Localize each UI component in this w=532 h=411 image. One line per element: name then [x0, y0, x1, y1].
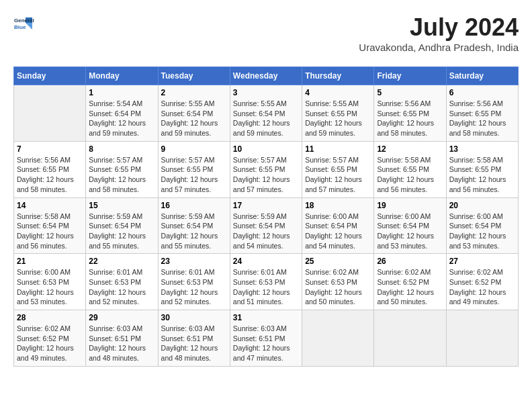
day-number: 16: [161, 201, 227, 210]
day-number: 5: [377, 88, 443, 97]
day-info: Sunrise: 5:54 AM Sunset: 6:54 PM Dayligh…: [89, 99, 154, 138]
day-number: 3: [233, 88, 299, 97]
header-wednesday: Wednesday: [230, 67, 302, 85]
calendar-week-row: 14Sunrise: 5:58 AM Sunset: 6:54 PM Dayli…: [14, 197, 519, 254]
table-row: [374, 310, 446, 367]
day-info: Sunrise: 5:58 AM Sunset: 6:55 PM Dayligh…: [377, 155, 443, 195]
table-row: 29Sunrise: 6:03 AM Sunset: 6:51 PM Dayli…: [86, 310, 158, 367]
table-row: 30Sunrise: 6:03 AM Sunset: 6:51 PM Dayli…: [158, 310, 230, 367]
calendar-week-row: 1Sunrise: 5:54 AM Sunset: 6:54 PM Daylig…: [14, 85, 519, 142]
calendar-week-row: 7Sunrise: 5:56 AM Sunset: 6:55 PM Daylig…: [14, 141, 519, 197]
table-row: 28Sunrise: 6:02 AM Sunset: 6:52 PM Dayli…: [14, 310, 86, 367]
day-info: Sunrise: 5:55 AM Sunset: 6:55 PM Dayligh…: [305, 99, 371, 138]
table-row: 6Sunrise: 5:56 AM Sunset: 6:55 PM Daylig…: [446, 85, 518, 142]
table-row: 22Sunrise: 6:01 AM Sunset: 6:53 PM Dayli…: [86, 254, 158, 310]
table-row: 20Sunrise: 6:00 AM Sunset: 6:54 PM Dayli…: [446, 197, 518, 254]
table-row: [446, 310, 518, 367]
day-number: 12: [377, 144, 443, 154]
table-row: 8Sunrise: 5:57 AM Sunset: 6:55 PM Daylig…: [86, 141, 158, 197]
day-info: Sunrise: 5:59 AM Sunset: 6:54 PM Dayligh…: [89, 212, 154, 251]
day-number: 18: [305, 201, 371, 210]
day-info: Sunrise: 6:01 AM Sunset: 6:53 PM Dayligh…: [233, 267, 299, 307]
table-row: 4Sunrise: 5:55 AM Sunset: 6:55 PM Daylig…: [302, 85, 374, 142]
day-info: Sunrise: 5:59 AM Sunset: 6:54 PM Dayligh…: [233, 212, 299, 251]
table-row: 12Sunrise: 5:58 AM Sunset: 6:55 PM Dayli…: [374, 141, 446, 197]
day-number: 8: [89, 144, 154, 154]
header-sunday: Sunday: [14, 67, 86, 85]
table-row: 26Sunrise: 6:02 AM Sunset: 6:52 PM Dayli…: [374, 254, 446, 310]
table-row: 25Sunrise: 6:02 AM Sunset: 6:53 PM Dayli…: [302, 254, 374, 310]
table-row: 2Sunrise: 5:55 AM Sunset: 6:54 PM Daylig…: [158, 85, 230, 142]
day-info: Sunrise: 6:03 AM Sunset: 6:51 PM Dayligh…: [89, 324, 154, 363]
calendar-week-row: 28Sunrise: 6:02 AM Sunset: 6:52 PM Dayli…: [14, 310, 519, 367]
table-row: 1Sunrise: 5:54 AM Sunset: 6:54 PM Daylig…: [86, 85, 158, 142]
calendar-header-row: Sunday Monday Tuesday Wednesday Thursday…: [14, 67, 519, 85]
header-thursday: Thursday: [302, 67, 374, 85]
day-number: 1: [89, 88, 154, 97]
day-info: Sunrise: 5:57 AM Sunset: 6:55 PM Dayligh…: [233, 155, 299, 195]
table-row: 23Sunrise: 6:01 AM Sunset: 6:53 PM Dayli…: [158, 254, 230, 310]
day-number: 7: [17, 144, 83, 154]
location-subtitle: Uravakonda, Andhra Pradesh, India: [359, 42, 519, 53]
day-info: Sunrise: 6:01 AM Sunset: 6:53 PM Dayligh…: [89, 267, 154, 307]
table-row: 9Sunrise: 5:57 AM Sunset: 6:55 PM Daylig…: [158, 141, 230, 197]
svg-text:Blue: Blue: [14, 24, 26, 30]
table-row: 24Sunrise: 6:01 AM Sunset: 6:53 PM Dayli…: [230, 254, 302, 310]
day-info: Sunrise: 5:56 AM Sunset: 6:55 PM Dayligh…: [449, 99, 515, 138]
header-friday: Friday: [374, 67, 446, 85]
day-number: 22: [89, 257, 154, 266]
day-number: 21: [17, 257, 83, 266]
table-row: 15Sunrise: 5:59 AM Sunset: 6:54 PM Dayli…: [86, 197, 158, 254]
table-row: 16Sunrise: 5:59 AM Sunset: 6:54 PM Dayli…: [158, 197, 230, 254]
day-number: 17: [233, 201, 299, 210]
day-info: Sunrise: 5:58 AM Sunset: 6:54 PM Dayligh…: [17, 212, 83, 251]
table-row: [302, 310, 374, 367]
day-number: 29: [89, 313, 154, 322]
day-number: 6: [449, 88, 515, 97]
table-row: 10Sunrise: 5:57 AM Sunset: 6:55 PM Dayli…: [230, 141, 302, 197]
day-info: Sunrise: 6:00 AM Sunset: 6:54 PM Dayligh…: [449, 212, 515, 251]
day-number: 20: [449, 201, 515, 210]
day-info: Sunrise: 6:00 AM Sunset: 6:54 PM Dayligh…: [377, 212, 443, 251]
day-info: Sunrise: 6:03 AM Sunset: 6:51 PM Dayligh…: [233, 324, 299, 363]
svg-text:General: General: [14, 17, 34, 24]
day-info: Sunrise: 5:57 AM Sunset: 6:55 PM Dayligh…: [161, 155, 227, 195]
day-info: Sunrise: 5:55 AM Sunset: 6:54 PM Dayligh…: [161, 99, 227, 138]
day-info: Sunrise: 5:59 AM Sunset: 6:54 PM Dayligh…: [161, 212, 227, 251]
table-row: [14, 85, 86, 142]
day-number: 15: [89, 201, 154, 210]
day-info: Sunrise: 5:57 AM Sunset: 6:55 PM Dayligh…: [305, 155, 371, 195]
day-info: Sunrise: 6:02 AM Sunset: 6:52 PM Dayligh…: [377, 267, 443, 307]
day-info: Sunrise: 6:01 AM Sunset: 6:53 PM Dayligh…: [161, 267, 227, 307]
day-number: 27: [449, 257, 515, 266]
day-number: 24: [233, 257, 299, 266]
table-row: 19Sunrise: 6:00 AM Sunset: 6:54 PM Dayli…: [374, 197, 446, 254]
title-area: July 2024 Uravakonda, Andhra Pradesh, In…: [359, 13, 519, 60]
header-saturday: Saturday: [446, 67, 518, 85]
table-row: 21Sunrise: 6:00 AM Sunset: 6:53 PM Dayli…: [14, 254, 86, 310]
table-row: 27Sunrise: 6:02 AM Sunset: 6:52 PM Dayli…: [446, 254, 518, 310]
day-info: Sunrise: 6:00 AM Sunset: 6:54 PM Dayligh…: [305, 212, 371, 251]
table-row: 14Sunrise: 5:58 AM Sunset: 6:54 PM Dayli…: [14, 197, 86, 254]
day-number: 4: [305, 88, 371, 97]
table-row: 13Sunrise: 5:58 AM Sunset: 6:55 PM Dayli…: [446, 141, 518, 197]
day-number: 31: [233, 313, 299, 322]
day-info: Sunrise: 5:56 AM Sunset: 6:55 PM Dayligh…: [17, 155, 83, 195]
day-number: 13: [449, 144, 515, 154]
day-number: 9: [161, 144, 227, 154]
day-number: 10: [233, 144, 299, 154]
day-number: 28: [17, 313, 83, 322]
day-number: 14: [17, 201, 83, 210]
table-row: 31Sunrise: 6:03 AM Sunset: 6:51 PM Dayli…: [230, 310, 302, 367]
table-row: 17Sunrise: 5:59 AM Sunset: 6:54 PM Dayli…: [230, 197, 302, 254]
day-number: 2: [161, 88, 227, 97]
header-monday: Monday: [86, 67, 158, 85]
table-row: 7Sunrise: 5:56 AM Sunset: 6:55 PM Daylig…: [14, 141, 86, 197]
day-info: Sunrise: 6:00 AM Sunset: 6:53 PM Dayligh…: [17, 267, 83, 307]
day-info: Sunrise: 6:02 AM Sunset: 6:52 PM Dayligh…: [449, 267, 515, 307]
day-number: 25: [305, 257, 371, 266]
day-info: Sunrise: 5:57 AM Sunset: 6:55 PM Dayligh…: [89, 155, 154, 195]
calendar-week-row: 21Sunrise: 6:00 AM Sunset: 6:53 PM Dayli…: [14, 254, 519, 310]
table-row: 11Sunrise: 5:57 AM Sunset: 6:55 PM Dayli…: [302, 141, 374, 197]
calendar-table: Sunday Monday Tuesday Wednesday Thursday…: [13, 66, 519, 367]
